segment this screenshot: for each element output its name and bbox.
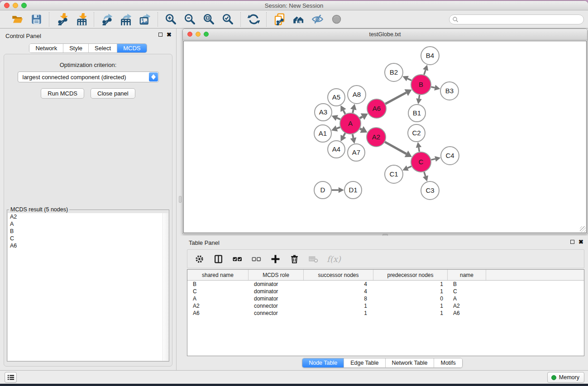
float-panel-icon[interactable] [158, 33, 163, 37]
result-item[interactable]: A2 [8, 213, 168, 220]
tab-node-table[interactable]: Node Table [302, 358, 344, 367]
edge-A-A8[interactable] [353, 110, 354, 113]
table-row[interactable]: A2connector11A2 [187, 302, 584, 310]
hide-graphics-details-icon[interactable] [311, 13, 324, 26]
edge-A-A4[interactable] [344, 133, 345, 136]
task-history-button[interactable] [5, 372, 17, 383]
add-row-icon[interactable] [270, 253, 281, 264]
graph-node-label: B [419, 81, 423, 88]
edge-A6-B[interactable] [385, 93, 406, 104]
panel-splitter-handle[interactable] [179, 196, 182, 203]
column-selector-icon[interactable] [213, 253, 224, 264]
edge-C-C2[interactable] [419, 148, 419, 152]
edge-C-C3[interactable] [424, 172, 425, 176]
edge-A-A6[interactable] [360, 117, 363, 118]
memory-button[interactable]: Memory [547, 372, 584, 383]
tab-mcds[interactable]: MCDS [117, 44, 146, 52]
edge-A-A1[interactable] [337, 127, 340, 129]
result-item[interactable]: A6 [8, 242, 168, 249]
deselect-all-icon[interactable] [251, 253, 262, 264]
zoom-out-icon[interactable] [183, 13, 196, 26]
birds-eye-view-icon[interactable] [330, 13, 343, 26]
table-cell: 4 [304, 288, 373, 295]
result-item[interactable]: B [8, 228, 168, 235]
tab-style[interactable]: Style [63, 44, 89, 52]
edge-A-A7[interactable] [353, 134, 354, 138]
edge-C-C1[interactable] [407, 166, 411, 168]
table-cell: 1 [304, 310, 373, 316]
mcds-result-list[interactable]: A2ABCA6 [8, 213, 168, 361]
graph-node-label: C3 [425, 186, 434, 194]
run-mcds-button[interactable]: Run MCDS [41, 88, 84, 99]
edge-B-B2[interactable] [407, 79, 411, 81]
refresh-icon[interactable] [247, 13, 260, 26]
table-row[interactable]: Adominator80A [187, 295, 584, 302]
edge-A-A5[interactable] [343, 110, 345, 114]
tab-select[interactable]: Select [89, 44, 117, 52]
table-row[interactable]: Bdominator41B [187, 281, 584, 288]
network-canvas[interactable]: AA2A6BCA1A3A4A5A7A8B1B2B3B4C1C2C3C4DD1 [183, 41, 587, 233]
result-scrollbar[interactable] [163, 213, 168, 361]
edge-B-B1[interactable] [419, 95, 420, 99]
table-panel: Table Panel ✖ f(x) shared nameMCDS roles… [177, 236, 588, 370]
import-network-icon[interactable] [55, 13, 69, 26]
criterion-select[interactable]: largest connected component (directed) [18, 71, 159, 82]
column-header-successor-nodes[interactable]: successor nodes [304, 270, 373, 280]
delete-table-icon[interactable] [308, 253, 319, 264]
mcds-result-group: MCDS result (5 nodes) A2ABCA6 [7, 206, 169, 362]
table-cell: 1 [373, 310, 448, 316]
column-header-shared-name[interactable]: shared name [187, 270, 249, 280]
result-item[interactable]: C [8, 235, 168, 242]
tab-network-table[interactable]: Network Table [386, 358, 435, 367]
zoom-in-icon[interactable] [164, 13, 177, 26]
select-all-icon[interactable] [232, 253, 243, 264]
table-cell: 8 [304, 295, 373, 302]
tab-edge-table[interactable]: Edge Table [344, 358, 385, 367]
network-window-title: testGlobe.txt [183, 31, 587, 38]
function-builder-icon[interactable]: f(x) [327, 254, 341, 264]
home-icon[interactable] [292, 13, 305, 26]
column-header-predecessor-nodes[interactable]: predecessor nodes [373, 270, 448, 280]
table-row[interactable]: A6connector11A6 [187, 310, 584, 317]
export-table-icon[interactable] [119, 13, 133, 26]
optimization-criterion-label: Optimization criterion: [4, 62, 172, 68]
tab-motifs[interactable]: Motifs [434, 358, 462, 367]
table-cell: A [187, 295, 249, 302]
edge-A-A2[interactable] [360, 129, 362, 129]
table-row[interactable]: Cdominator41C [187, 288, 584, 295]
zoom-selected-icon[interactable] [221, 13, 234, 26]
edge-A2-C[interactable] [385, 142, 406, 154]
open-session-icon[interactable] [10, 13, 24, 26]
search-input[interactable] [449, 14, 584, 24]
column-header-MCDS-role[interactable]: MCDS role [249, 270, 304, 280]
tab-network[interactable]: Network [29, 44, 63, 52]
close-table-panel-icon[interactable]: ✖ [578, 239, 583, 244]
list-icon [7, 374, 15, 381]
edge-B-B3[interactable] [431, 87, 435, 88]
edge-B-B4[interactable] [424, 70, 425, 75]
save-session-icon[interactable] [29, 13, 43, 26]
close-panel-icon[interactable]: ✖ [167, 32, 172, 37]
network-window-titlebar[interactable]: testGlobe.txt [183, 29, 587, 40]
zoom-fit-icon[interactable] [202, 13, 215, 26]
graph-node-label: B3 [445, 87, 454, 95]
graph-node-label: B4 [426, 52, 434, 59]
export-image-icon[interactable] [138, 13, 152, 26]
result-item[interactable]: A [8, 220, 168, 228]
clone-network-icon[interactable] [272, 13, 286, 26]
settings-icon[interactable] [194, 253, 205, 264]
graph-node-label: B1 [413, 109, 421, 117]
float-table-panel-icon[interactable] [570, 240, 574, 244]
graph-node-label: D1 [349, 186, 357, 194]
table-cell: 1 [304, 303, 373, 309]
column-header-name[interactable]: name [448, 270, 486, 280]
close-panel-button[interactable]: Close panel [91, 88, 135, 99]
table-cell: 4 [304, 281, 373, 287]
edge-A-A3[interactable] [337, 118, 340, 119]
edge-C-C4[interactable] [431, 159, 435, 160]
export-network-icon[interactable] [100, 13, 114, 26]
import-table-icon[interactable] [74, 13, 88, 26]
delete-row-icon[interactable] [289, 253, 300, 264]
graph-node-label: D [320, 186, 325, 194]
resize-grip[interactable] [580, 226, 586, 232]
